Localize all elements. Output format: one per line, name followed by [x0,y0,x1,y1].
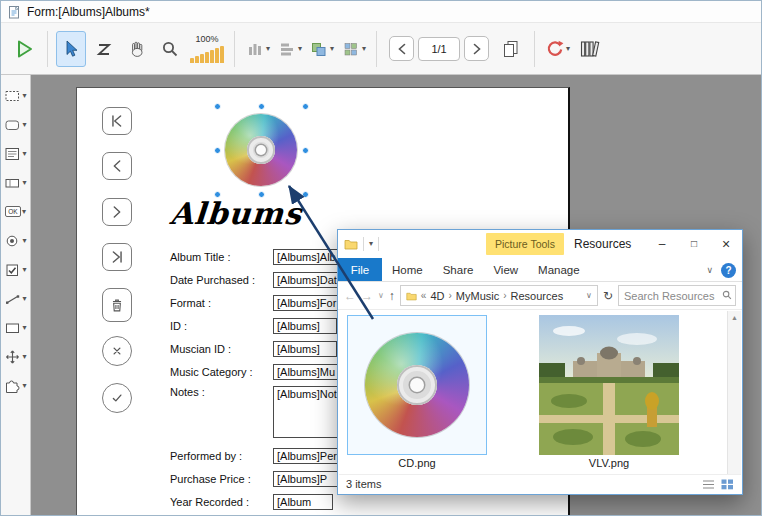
dropdown-caret-icon[interactable]: ▾ [330,45,334,53]
next-record-button[interactable] [102,198,132,226]
quick-access-caret-icon[interactable]: ▾ [369,240,373,248]
history-caret-icon[interactable]: ∨ [378,291,384,300]
align-objects-tool[interactable]: ▾ [307,31,336,67]
accept-button[interactable] [102,383,132,413]
form-field-row: Muscian ID :[Albums] [170,340,337,358]
selection-handle[interactable] [302,103,309,110]
dropdown-caret-icon[interactable]: ▾ [566,45,570,53]
help-icon[interactable]: ? [721,263,736,278]
dropdown-caret-icon[interactable]: ▾ [22,382,26,390]
explorer-search-input[interactable] [618,285,736,306]
cancel-button[interactable] [102,336,132,366]
quick-access-separator [363,237,364,251]
draw-tool-button[interactable] [89,31,119,67]
scrollbar[interactable]: ▲ [727,311,741,474]
dropdown-caret-icon[interactable]: ▾ [22,92,26,100]
library-button[interactable] [575,31,605,67]
button-tool[interactable]: ▾ [2,114,30,135]
address-dropdown-icon[interactable]: ∨ [586,291,592,300]
vlv-thumbnail[interactable] [539,315,679,455]
tab-file[interactable]: File [338,258,382,281]
file-item-vlv[interactable]: VLV.png [539,315,679,469]
picture-tools-contextual-tab[interactable]: Picture Tools [486,233,564,255]
text-area-tool[interactable]: ▾ [2,85,30,106]
breadcrumb-item[interactable]: MyMusic [456,290,499,302]
breadcrumb-separator-icon: › [503,290,506,301]
execute-form-button[interactable] [9,31,39,67]
dropdown-caret-icon[interactable]: ▾ [22,237,26,245]
form-pages-button[interactable] [496,31,526,67]
zoom-bars[interactable] [190,45,224,63]
rectangle-tool[interactable]: ▾ [2,317,30,338]
search-icon [721,289,733,301]
file-name: CD.png [347,457,487,469]
breadcrumb[interactable]: « 4D › MyMusic › Resources ∨ [400,285,598,306]
delete-record-button[interactable] [102,288,132,322]
dropdown-caret-icon[interactable]: ▾ [22,266,26,274]
zoom-level-control[interactable]: 100% [190,29,224,69]
checkbox-tool[interactable]: ▾ [2,259,30,280]
dropdown-caret-icon[interactable]: ▾ [298,45,302,53]
dropdown-caret-icon[interactable]: ▾ [362,45,366,53]
field-value[interactable]: [Albums] [273,341,337,357]
form-field-row: ID :[Albums] [170,317,337,335]
field-value[interactable]: [Albums] [273,318,337,334]
distribute-vertical-tool[interactable]: ▾ [275,31,304,67]
tab-manage[interactable]: Manage [528,258,590,281]
pointer-tool-button[interactable] [56,31,86,67]
file-item-cd[interactable]: CD.png [347,315,487,469]
previous-page-button[interactable] [389,36,414,61]
forward-icon[interactable]: → [361,289,373,303]
next-page-button[interactable] [464,36,489,61]
splitter-tool[interactable]: ▾ [2,346,30,367]
thumbnail-view-icon[interactable] [721,479,734,490]
maximize-button[interactable]: □ [678,230,710,257]
tab-home[interactable]: Home [382,258,433,281]
dropdown-caret-icon[interactable]: ▾ [22,295,26,303]
field-label: Notes : [170,386,273,398]
zoom-tool-button[interactable] [155,31,185,67]
grid-snap-tool[interactable]: ▾ [339,31,368,67]
ok-button-tool[interactable]: OK▾ [2,201,30,222]
selection-handle[interactable] [214,103,221,110]
refresh-icon[interactable]: ↻ [603,289,613,303]
line-tool[interactable]: ▾ [2,288,30,309]
selection-handle[interactable] [258,103,265,110]
radio-button-icon [4,233,21,249]
dropdown-caret-icon[interactable]: ▾ [22,324,26,332]
dropdown-caret-icon[interactable]: ▾ [22,208,26,216]
scroll-up-icon[interactable]: ▲ [731,314,738,474]
breadcrumb-item[interactable]: Resources [511,290,564,302]
input-field-tool[interactable]: ▾ [2,172,30,193]
last-record-button[interactable] [102,243,132,271]
dropdown-caret-icon[interactable]: ▾ [22,353,26,361]
first-record-button[interactable] [102,107,132,135]
selection-handle[interactable] [302,147,309,154]
dropdown-caret-icon[interactable]: ▾ [266,45,270,53]
dropdown-caret-icon[interactable]: ▾ [22,179,26,187]
hand-tool-button[interactable] [122,31,152,67]
details-view-icon[interactable] [702,479,715,490]
field-value[interactable]: [Album [273,494,333,510]
form-events-tool[interactable]: ▾ [543,31,572,67]
cd-thumbnail[interactable] [347,315,487,455]
breadcrumb-item[interactable]: 4D [430,290,444,302]
dropdown-caret-icon[interactable]: ▾ [22,121,26,129]
dropdown-caret-icon[interactable]: ▾ [22,150,26,158]
previous-record-button[interactable] [102,152,132,180]
distribute-horizontal-tool[interactable]: ▾ [243,31,272,67]
field-label: Performed by : [170,450,273,462]
button-icon [4,117,21,133]
list-box-tool[interactable]: ▾ [2,143,30,164]
form-cd-picture[interactable] [225,114,297,186]
back-icon[interactable]: ← [344,289,356,303]
plugin-tool[interactable]: ▾ [2,375,30,396]
selection-handle[interactable] [214,147,221,154]
radio-button-tool[interactable]: ▾ [2,230,30,251]
minimize-button[interactable]: – [646,230,678,257]
tab-share[interactable]: Share [433,258,484,281]
up-icon[interactable]: ↑ [389,289,395,303]
ribbon-collapse-icon[interactable]: ∨ [706,265,713,275]
tab-view[interactable]: View [483,258,528,281]
close-button[interactable]: × [710,230,742,257]
